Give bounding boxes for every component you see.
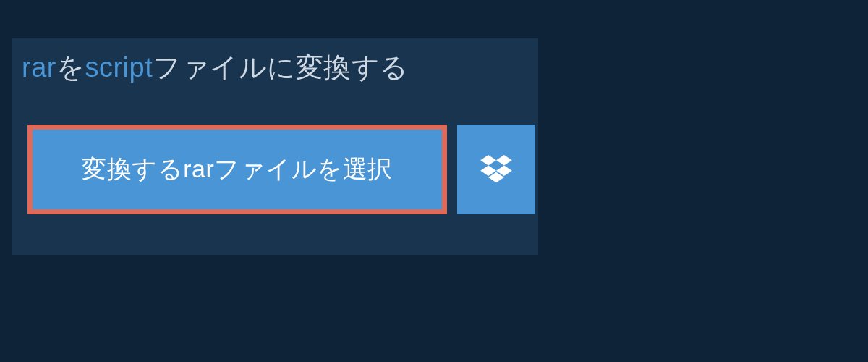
select-suffix: ファイルを選択 [214, 155, 393, 182]
title-target-format: script [85, 52, 153, 83]
select-file-button[interactable]: 変換するrarファイルを選択 [27, 125, 447, 214]
upload-button-row: 変換するrarファイルを選択 [27, 125, 535, 214]
title-mid: を [56, 52, 85, 83]
select-keyword: rar [183, 155, 214, 182]
title-source-format: rar [22, 52, 56, 83]
dropbox-upload-button[interactable] [457, 125, 535, 214]
heading-bar: rarをscriptファイルに変換する [12, 38, 482, 97]
title-suffix: ファイルに変換する [153, 52, 409, 83]
dropbox-icon [480, 155, 512, 184]
select-file-button-label: 変換するrarファイルを選択 [82, 153, 393, 186]
converter-panel: rarをscriptファイルに変換する 変換するrarファイルを選択 [12, 38, 538, 255]
page-title: rarをscriptファイルに変換する [22, 49, 409, 86]
select-prefix: 変換する [82, 155, 183, 182]
